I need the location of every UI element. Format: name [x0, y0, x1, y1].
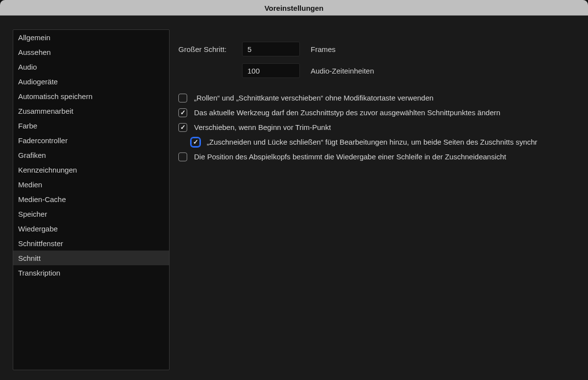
large-step-audio-unit: Audio-Zeiteinheiten [311, 67, 374, 75]
large-step-audio-row: Audio-Zeiteinheiten [178, 60, 578, 81]
option-row: Die Position des Abspielkopfs bestimmt d… [178, 149, 578, 164]
sidebar-item-label: Schnitt [18, 254, 41, 262]
sidebar-item[interactable]: Wiedergabe [13, 221, 169, 236]
sidebar-item-label: Zusammenarbeit [18, 107, 74, 115]
sidebar-item-label: Transkription [18, 269, 60, 277]
sidebar-item[interactable]: Fadercontroller [13, 133, 169, 148]
sidebar-item[interactable]: Transkription [13, 265, 169, 280]
sidebar-item[interactable]: Speicher [13, 206, 169, 221]
sidebar-item-label: Medien-Cache [18, 195, 66, 203]
large-step-frames-row: Großer Schritt: Frames [178, 38, 578, 60]
sidebar-item-label: Medien [18, 180, 42, 189]
sidebar-item-label: Schnittfenster [18, 239, 63, 248]
sidebar-item-label: Kennzeichnungen [18, 166, 77, 174]
option-checkbox[interactable] [191, 138, 200, 147]
sidebar-item[interactable]: Audiogeräte [13, 74, 169, 89]
option-label: „Rollen“ und „Schnittkante verschieben“ … [194, 94, 434, 102]
sidebar-item[interactable]: Allgemein [13, 30, 169, 45]
option-checkbox[interactable] [178, 94, 187, 102]
titlebar: Voreinstellungen [0, 0, 588, 16]
sidebar-item[interactable]: Medien [13, 177, 169, 192]
sidebar-item-label: Farbe [18, 122, 37, 130]
preferences-content: Großer Schritt: Frames Audio-Zeiteinheit… [178, 29, 578, 370]
sidebar-item[interactable]: Farbe [13, 118, 169, 133]
sidebar-item[interactable]: Zusammenarbeit [13, 103, 169, 118]
sidebar-item-label: Automatisch speichern [18, 92, 93, 101]
sidebar-item-label: Audio [18, 63, 37, 71]
option-row: Das aktuelle Werkzeug darf den Zuschnitt… [178, 105, 578, 120]
option-label: „Zuschneiden und Lücke schließen“ fügt B… [207, 138, 538, 146]
sidebar-item-label: Aussehen [18, 48, 51, 56]
option-checkbox[interactable] [178, 152, 187, 161]
large-step-frames-unit: Frames [311, 45, 336, 53]
sidebar-item-label: Fadercontroller [18, 136, 68, 145]
sidebar-item-label: Grafiken [18, 151, 46, 159]
sidebar-item[interactable]: Automatisch speichern [13, 89, 169, 103]
option-label: Verschieben, wenn Beginn vor Trim-Punkt [194, 123, 331, 131]
sidebar-item-label: Wiedergabe [18, 225, 58, 233]
sidebar-item[interactable]: Grafiken [13, 148, 169, 162]
option-row: Verschieben, wenn Beginn vor Trim-Punkt [178, 120, 578, 134]
sidebar-item-label: Speicher [18, 210, 47, 218]
sidebar-item[interactable]: Schnitt [13, 251, 169, 265]
sidebar-item[interactable]: Medien-Cache [13, 192, 169, 206]
option-checkbox[interactable] [178, 108, 187, 117]
sidebar-item-label: Allgemein [18, 33, 50, 42]
option-row: „Zuschneiden und Lücke schließen“ fügt B… [178, 134, 578, 149]
sidebar-item[interactable]: Schnittfenster [13, 236, 169, 251]
large-step-frames-input[interactable] [242, 42, 300, 56]
option-label: Die Position des Abspielkopfs bestimmt d… [194, 152, 506, 161]
sidebar-item[interactable]: Aussehen [13, 45, 169, 59]
option-row: „Rollen“ und „Schnittkante verschieben“ … [178, 90, 578, 105]
sidebar-item-label: Audiogeräte [18, 77, 58, 86]
sidebar-item[interactable]: Kennzeichnungen [13, 162, 169, 177]
sidebar-item[interactable]: Audio [13, 59, 169, 74]
trim-options-group: „Rollen“ und „Schnittkante verschieben“ … [178, 90, 578, 164]
window-body: AllgemeinAussehenAudioAudiogeräteAutomat… [0, 16, 588, 380]
window-title: Voreinstellungen [265, 3, 324, 12]
large-step-audio-input[interactable] [242, 63, 300, 78]
option-checkbox[interactable] [178, 123, 187, 132]
preferences-sidebar: AllgemeinAussehenAudioAudiogeräteAutomat… [13, 29, 170, 370]
option-label: Das aktuelle Werkzeug darf den Zuschnitt… [194, 108, 500, 117]
large-step-label: Großer Schritt: [178, 45, 242, 53]
